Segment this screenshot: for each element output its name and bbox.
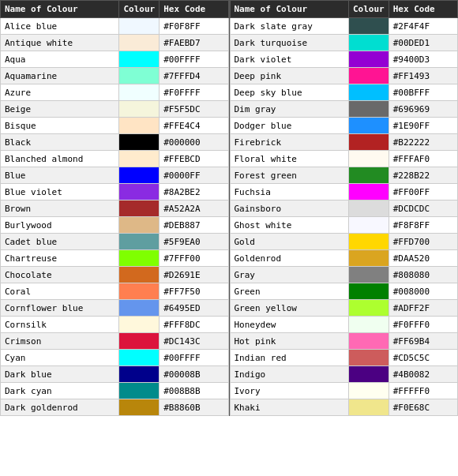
color-name: Khaki	[230, 399, 348, 416]
color-name: Dark slate gray	[230, 18, 348, 35]
table-row: Blanched almond#FFEBCD	[1, 151, 229, 167]
table-row: Indigo#4B0082	[230, 366, 458, 383]
color-cell	[119, 167, 160, 184]
table-row: Alice blue#F0F8FF	[1, 18, 229, 35]
color-swatch	[119, 118, 159, 133]
hex-code: #FFFAF0	[389, 151, 457, 167]
color-swatch	[119, 201, 159, 216]
color-cell	[348, 300, 389, 317]
color-cell	[348, 350, 389, 366]
color-swatch	[119, 134, 159, 150]
color-cell	[119, 366, 160, 383]
color-cell	[119, 399, 160, 416]
color-cell	[348, 68, 389, 84]
table-row: Dim gray#696969	[230, 101, 458, 118]
color-cell	[119, 317, 160, 333]
table-row: Cyan#00FFFF	[1, 350, 229, 366]
hex-code: #A52A2A	[160, 201, 228, 217]
table-row: Aqua#00FFFF	[1, 51, 229, 68]
color-name: Aqua	[1, 51, 119, 68]
color-swatch	[349, 317, 389, 332]
hex-code: #F0FFF0	[389, 317, 457, 333]
color-cell	[348, 35, 389, 51]
hex-code: #4B0082	[389, 366, 457, 383]
color-name: Chocolate	[1, 267, 119, 283]
color-cell	[119, 333, 160, 350]
hex-code: #B8860B	[160, 399, 228, 416]
color-swatch	[349, 51, 389, 67]
hex-code: #808080	[389, 267, 457, 283]
hex-code: #F0FFFF	[160, 84, 228, 101]
color-name: Gainsboro	[230, 201, 348, 217]
table-row: Forest green#228B22	[230, 167, 458, 184]
table-row: Gray#808080	[230, 267, 458, 283]
color-cell	[348, 383, 389, 399]
color-name: Beige	[1, 101, 119, 118]
table-row: Aquamarine#7FFFD4	[1, 68, 229, 84]
color-swatch	[119, 35, 159, 51]
hex-code: #7FFF00	[160, 250, 228, 267]
color-swatch	[119, 399, 159, 415]
hex-code: #FFF8DC	[160, 317, 228, 333]
table-row: Ivory#FFFFF0	[230, 383, 458, 399]
table-row: Green yellow#ADFF2F	[230, 300, 458, 317]
hex-code: #00008B	[160, 366, 228, 383]
color-name: Dim gray	[230, 101, 348, 118]
hex-code: #00DED1	[389, 35, 457, 51]
color-name: Goldenrod	[230, 250, 348, 267]
table-row: Dark turquoise#00DED1	[230, 35, 458, 51]
hex-code: #696969	[389, 101, 457, 118]
color-cell	[119, 217, 160, 234]
hex-code: #00FFFF	[160, 51, 228, 68]
color-cell	[348, 317, 389, 333]
color-cell	[348, 84, 389, 101]
left-header-hex: Hex Code	[160, 1, 228, 18]
table-row: Brown#A52A2A	[1, 201, 229, 217]
color-name: Dark turquoise	[230, 35, 348, 51]
color-swatch	[349, 167, 389, 183]
color-swatch	[119, 101, 159, 117]
color-swatch	[349, 234, 389, 249]
table-row: Dodger blue#1E90FF	[230, 118, 458, 134]
color-swatch	[349, 84, 389, 100]
color-name: Cornsilk	[1, 317, 119, 333]
color-name: Blue violet	[1, 184, 119, 201]
color-swatch	[119, 151, 159, 167]
color-swatch	[349, 333, 389, 349]
table-row: Honeydew#F0FFF0	[230, 317, 458, 333]
main-container: Name of Colour Colour Hex Code Alice blu…	[0, 0, 458, 416]
color-name: Floral white	[230, 151, 348, 167]
color-name: Indigo	[230, 366, 348, 383]
hex-code: #F0E68C	[389, 399, 457, 416]
color-cell	[348, 151, 389, 167]
color-swatch	[349, 217, 389, 233]
hex-code: #FFE4C4	[160, 118, 228, 134]
color-swatch	[349, 184, 389, 200]
color-cell	[348, 217, 389, 234]
color-name: Antique white	[1, 35, 119, 51]
color-cell	[119, 234, 160, 250]
color-swatch	[349, 399, 389, 415]
table-row: Antique white#FAEBD7	[1, 35, 229, 51]
table-row: Gainsboro#DCDCDC	[230, 201, 458, 217]
color-name: Cadet blue	[1, 234, 119, 250]
table-row: Black#000000	[1, 134, 229, 151]
left-header-name: Name of Colour	[1, 1, 119, 18]
color-name: Blue	[1, 167, 119, 184]
color-name: Dark violet	[230, 51, 348, 68]
color-name: Firebrick	[230, 134, 348, 151]
hex-code: #F5F5DC	[160, 101, 228, 118]
color-name: Gray	[230, 267, 348, 283]
color-name: Green yellow	[230, 300, 348, 317]
table-row: Fuchsia#FF00FF	[230, 184, 458, 201]
hex-code: #5F9EA0	[160, 234, 228, 250]
table-row: Cornflower blue#6495ED	[1, 300, 229, 317]
color-cell	[348, 18, 389, 35]
left-table: Name of Colour Colour Hex Code Alice blu…	[0, 0, 229, 416]
hex-code: #D2691E	[160, 267, 228, 283]
hex-code: #6495ED	[160, 300, 228, 317]
color-name: Coral	[1, 283, 119, 300]
color-cell	[119, 18, 160, 35]
color-swatch	[119, 300, 159, 316]
color-swatch	[349, 118, 389, 133]
